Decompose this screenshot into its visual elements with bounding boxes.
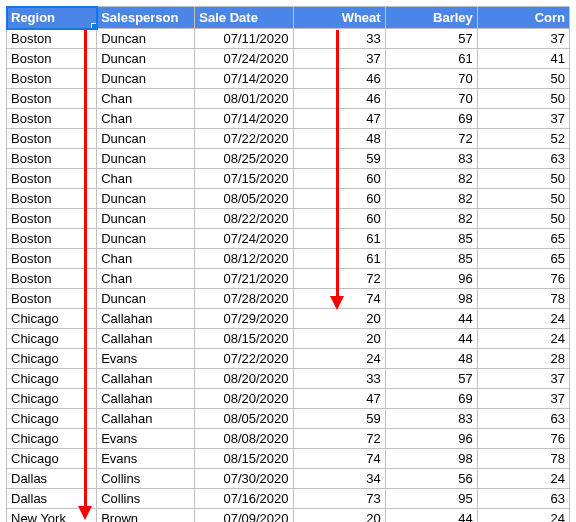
cell-region[interactable]: Boston xyxy=(7,169,97,189)
cell-salesperson[interactable]: Callahan xyxy=(97,369,195,389)
table-row[interactable]: ChicagoCallahan08/20/2020476937 xyxy=(7,389,570,409)
cell-date[interactable]: 07/21/2020 xyxy=(195,269,293,289)
table-row[interactable]: BostonChan08/12/2020618565 xyxy=(7,249,570,269)
cell-salesperson[interactable]: Evans xyxy=(97,449,195,469)
cell-corn[interactable]: 41 xyxy=(477,49,569,69)
cell-region[interactable]: Dallas xyxy=(7,469,97,489)
cell-salesperson[interactable]: Chan xyxy=(97,89,195,109)
cell-wheat[interactable]: 60 xyxy=(293,209,385,229)
cell-region[interactable]: Boston xyxy=(7,249,97,269)
cell-region[interactable]: Boston xyxy=(7,109,97,129)
cell-region[interactable]: Chicago xyxy=(7,409,97,429)
cell-region[interactable]: Chicago xyxy=(7,329,97,349)
cell-wheat[interactable]: 34 xyxy=(293,469,385,489)
cell-date[interactable]: 07/14/2020 xyxy=(195,109,293,129)
cell-wheat[interactable]: 47 xyxy=(293,109,385,129)
table-row[interactable]: BostonDuncan08/25/2020598363 xyxy=(7,149,570,169)
cell-barley[interactable]: 82 xyxy=(385,169,477,189)
cell-barley[interactable]: 83 xyxy=(385,409,477,429)
table-row[interactable]: BostonDuncan07/11/2020335737 xyxy=(7,29,570,49)
cell-date[interactable]: 08/05/2020 xyxy=(195,189,293,209)
cell-wheat[interactable]: 74 xyxy=(293,289,385,309)
table-row[interactable]: BostonDuncan08/22/2020608250 xyxy=(7,209,570,229)
cell-salesperson[interactable]: Duncan xyxy=(97,209,195,229)
cell-wheat[interactable]: 47 xyxy=(293,389,385,409)
cell-date[interactable]: 07/28/2020 xyxy=(195,289,293,309)
cell-date[interactable]: 08/08/2020 xyxy=(195,429,293,449)
cell-region[interactable]: Dallas xyxy=(7,489,97,509)
cell-barley[interactable]: 69 xyxy=(385,109,477,129)
cell-region[interactable]: Chicago xyxy=(7,309,97,329)
cell-region[interactable]: Boston xyxy=(7,89,97,109)
cell-wheat[interactable]: 20 xyxy=(293,509,385,523)
table-row[interactable]: ChicagoCallahan08/05/2020598363 xyxy=(7,409,570,429)
cell-corn[interactable]: 65 xyxy=(477,229,569,249)
cell-barley[interactable]: 98 xyxy=(385,289,477,309)
cell-region[interactable]: New York xyxy=(7,509,97,523)
cell-wheat[interactable]: 46 xyxy=(293,89,385,109)
table-row[interactable]: ChicagoCallahan07/29/2020204424 xyxy=(7,309,570,329)
table-row[interactable]: BostonDuncan07/14/2020467050 xyxy=(7,69,570,89)
header-barley[interactable]: Barley xyxy=(385,7,477,29)
table-row[interactable]: DallasCollins07/30/2020345624 xyxy=(7,469,570,489)
cell-corn[interactable]: 52 xyxy=(477,129,569,149)
cell-region[interactable]: Chicago xyxy=(7,369,97,389)
cell-region[interactable]: Boston xyxy=(7,269,97,289)
cell-region[interactable]: Chicago xyxy=(7,429,97,449)
cell-wheat[interactable]: 33 xyxy=(293,29,385,49)
cell-region[interactable]: Boston xyxy=(7,189,97,209)
cell-wheat[interactable]: 61 xyxy=(293,249,385,269)
cell-region[interactable]: Boston xyxy=(7,69,97,89)
table-row[interactable]: BostonChan07/21/2020729676 xyxy=(7,269,570,289)
table-row[interactable]: BostonChan08/01/2020467050 xyxy=(7,89,570,109)
cell-wheat[interactable]: 20 xyxy=(293,309,385,329)
cell-corn[interactable]: 76 xyxy=(477,429,569,449)
cell-salesperson[interactable]: Duncan xyxy=(97,29,195,49)
cell-corn[interactable]: 50 xyxy=(477,169,569,189)
cell-date[interactable]: 08/15/2020 xyxy=(195,449,293,469)
cell-corn[interactable]: 50 xyxy=(477,189,569,209)
cell-region[interactable]: Boston xyxy=(7,229,97,249)
cell-corn[interactable]: 37 xyxy=(477,369,569,389)
cell-corn[interactable]: 76 xyxy=(477,269,569,289)
header-corn[interactable]: Corn xyxy=(477,7,569,29)
table-row[interactable]: BostonDuncan07/22/2020487252 xyxy=(7,129,570,149)
table-row[interactable]: DallasCollins07/16/2020739563 xyxy=(7,489,570,509)
header-region[interactable]: Region xyxy=(7,7,97,29)
cell-barley[interactable]: 57 xyxy=(385,29,477,49)
cell-region[interactable]: Chicago xyxy=(7,349,97,369)
cell-date[interactable]: 08/15/2020 xyxy=(195,329,293,349)
cell-corn[interactable]: 78 xyxy=(477,449,569,469)
cell-salesperson[interactable]: Duncan xyxy=(97,49,195,69)
cell-corn[interactable]: 63 xyxy=(477,149,569,169)
cell-salesperson[interactable]: Collins xyxy=(97,489,195,509)
cell-barley[interactable]: 61 xyxy=(385,49,477,69)
cell-barley[interactable]: 44 xyxy=(385,509,477,523)
cell-barley[interactable]: 98 xyxy=(385,449,477,469)
cell-wheat[interactable]: 46 xyxy=(293,69,385,89)
cell-corn[interactable]: 24 xyxy=(477,329,569,349)
cell-date[interactable]: 08/12/2020 xyxy=(195,249,293,269)
cell-barley[interactable]: 44 xyxy=(385,329,477,349)
cell-date[interactable]: 07/24/2020 xyxy=(195,49,293,69)
table-row[interactable]: BostonDuncan07/28/2020749878 xyxy=(7,289,570,309)
cell-corn[interactable]: 50 xyxy=(477,209,569,229)
cell-barley[interactable]: 85 xyxy=(385,229,477,249)
table-row[interactable]: ChicagoEvans08/15/2020749878 xyxy=(7,449,570,469)
table-row[interactable]: BostonDuncan07/24/2020618565 xyxy=(7,229,570,249)
cell-barley[interactable]: 48 xyxy=(385,349,477,369)
table-row[interactable]: ChicagoEvans07/22/2020244828 xyxy=(7,349,570,369)
cell-date[interactable]: 08/01/2020 xyxy=(195,89,293,109)
cell-wheat[interactable]: 73 xyxy=(293,489,385,509)
cell-corn[interactable]: 65 xyxy=(477,249,569,269)
table-row[interactable]: ChicagoCallahan08/15/2020204424 xyxy=(7,329,570,349)
cell-region[interactable]: Chicago xyxy=(7,449,97,469)
cell-corn[interactable]: 63 xyxy=(477,489,569,509)
table-row[interactable]: BostonChan07/14/2020476937 xyxy=(7,109,570,129)
cell-salesperson[interactable]: Callahan xyxy=(97,409,195,429)
cell-barley[interactable]: 72 xyxy=(385,129,477,149)
cell-wheat[interactable]: 60 xyxy=(293,189,385,209)
cell-region[interactable]: Boston xyxy=(7,129,97,149)
header-wheat[interactable]: Wheat xyxy=(293,7,385,29)
cell-date[interactable]: 07/14/2020 xyxy=(195,69,293,89)
